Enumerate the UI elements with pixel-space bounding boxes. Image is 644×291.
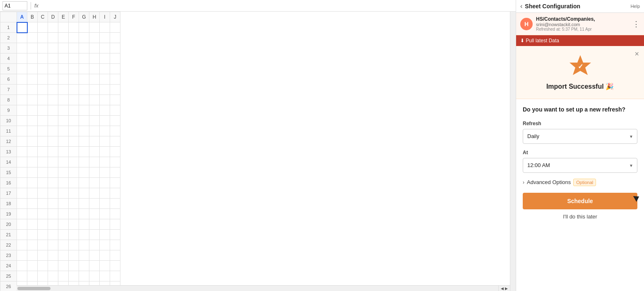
spreadsheet-cell[interactable] <box>17 64 27 74</box>
three-dots-menu[interactable]: ⋮ <box>632 20 640 28</box>
spreadsheet-cell[interactable] <box>27 230 38 240</box>
spreadsheet-cell[interactable] <box>69 271 79 281</box>
spreadsheet-cell[interactable] <box>89 209 100 219</box>
spreadsheet-cell[interactable] <box>79 43 89 53</box>
spreadsheet-cell[interactable] <box>27 261 38 271</box>
spreadsheet-cell[interactable] <box>89 105 100 116</box>
col-header-D[interactable]: D <box>48 12 58 22</box>
spreadsheet-cell[interactable] <box>38 271 48 281</box>
spreadsheet-cell[interactable] <box>38 230 48 240</box>
spreadsheet-cell[interactable] <box>27 209 38 219</box>
spreadsheet-cell[interactable] <box>17 105 27 116</box>
spreadsheet-cell[interactable] <box>69 116 79 126</box>
spreadsheet-cell[interactable] <box>79 199 89 209</box>
spreadsheet-cell[interactable] <box>79 219 89 230</box>
spreadsheet-cell[interactable] <box>110 43 120 53</box>
spreadsheet-cell[interactable] <box>38 126 48 136</box>
spreadsheet-cell[interactable] <box>69 85 79 95</box>
spreadsheet-cell[interactable] <box>38 199 48 209</box>
spreadsheet-cell[interactable] <box>100 53 110 64</box>
spreadsheet-cell[interactable] <box>110 53 120 64</box>
pull-latest-area[interactable]: ⬇ Pull latest Data <box>516 35 644 46</box>
spreadsheet-cell[interactable] <box>89 116 100 126</box>
spreadsheet-cell[interactable] <box>58 271 69 281</box>
spreadsheet-cell[interactable] <box>38 22 48 33</box>
spreadsheet-cell[interactable] <box>48 209 58 219</box>
spreadsheet-cell[interactable] <box>17 53 27 64</box>
spreadsheet-cell[interactable] <box>48 136 58 147</box>
spreadsheet-cell[interactable] <box>100 157 110 167</box>
spreadsheet-cell[interactable] <box>48 261 58 271</box>
spreadsheet-cell[interactable] <box>69 240 79 250</box>
spreadsheet-cell[interactable] <box>48 85 58 95</box>
spreadsheet-cell[interactable] <box>110 230 120 240</box>
spreadsheet-cell[interactable] <box>48 157 58 167</box>
spreadsheet-cell[interactable] <box>38 95 48 105</box>
spreadsheet-cell[interactable] <box>17 261 27 271</box>
spreadsheet-cell[interactable] <box>69 53 79 64</box>
spreadsheet-cell[interactable] <box>27 147 38 157</box>
spreadsheet-cell[interactable] <box>38 209 48 219</box>
spreadsheet-cell[interactable] <box>58 157 69 167</box>
spreadsheet-cell[interactable] <box>110 271 120 281</box>
spreadsheet-cell[interactable] <box>69 126 79 136</box>
spreadsheet-cell[interactable] <box>100 219 110 230</box>
spreadsheet-cell[interactable] <box>38 261 48 271</box>
spreadsheet-cell[interactable] <box>58 126 69 136</box>
spreadsheet-cell[interactable] <box>69 261 79 271</box>
spreadsheet-cell[interactable] <box>110 126 120 136</box>
spreadsheet-cell[interactable] <box>27 219 38 230</box>
spreadsheet-cell[interactable] <box>38 250 48 261</box>
spreadsheet-cell[interactable] <box>58 95 69 105</box>
spreadsheet-cell[interactable] <box>17 167 27 178</box>
spreadsheet-cell[interactable] <box>89 126 100 136</box>
schedule-button[interactable]: Schedule <box>523 193 637 209</box>
spreadsheet-cell[interactable] <box>100 147 110 157</box>
spreadsheet-cell[interactable] <box>48 230 58 240</box>
spreadsheet-cell[interactable] <box>69 157 79 167</box>
spreadsheet-cell[interactable] <box>100 126 110 136</box>
spreadsheet-cell[interactable] <box>17 74 27 85</box>
spreadsheet-cell[interactable] <box>27 250 38 261</box>
spreadsheet-cell[interactable] <box>110 95 120 105</box>
spreadsheet-cell[interactable] <box>17 178 27 188</box>
spreadsheet-cell[interactable] <box>69 167 79 178</box>
spreadsheet-cell[interactable] <box>100 178 110 188</box>
spreadsheet-cell[interactable] <box>100 22 110 33</box>
spreadsheet-cell[interactable] <box>38 53 48 64</box>
spreadsheet-cell[interactable] <box>110 147 120 157</box>
spreadsheet-cell[interactable] <box>58 147 69 157</box>
spreadsheet-cell[interactable] <box>79 116 89 126</box>
spreadsheet-cell[interactable] <box>38 147 48 157</box>
spreadsheet-cell[interactable] <box>48 95 58 105</box>
spreadsheet-cell[interactable] <box>79 178 89 188</box>
back-arrow-icon[interactable]: ‹ <box>520 2 522 10</box>
spreadsheet-cell[interactable] <box>110 250 120 261</box>
spreadsheet-cell[interactable] <box>89 85 100 95</box>
grid-nav-arrows[interactable]: ◀ ▶ <box>498 285 510 291</box>
spreadsheet-cell[interactable] <box>17 95 27 105</box>
col-header-H[interactable]: H <box>89 12 100 22</box>
spreadsheet-cell[interactable] <box>27 74 38 85</box>
spreadsheet-cell[interactable] <box>89 240 100 250</box>
spreadsheet-cell[interactable] <box>27 64 38 74</box>
spreadsheet-cell[interactable] <box>110 85 120 95</box>
spreadsheet-cell[interactable] <box>89 136 100 147</box>
spreadsheet-cell[interactable] <box>100 95 110 105</box>
spreadsheet-cell[interactable] <box>38 219 48 230</box>
spreadsheet-cell[interactable] <box>69 43 79 53</box>
spreadsheet-cell[interactable] <box>89 157 100 167</box>
spreadsheet-cell[interactable] <box>89 261 100 271</box>
spreadsheet-cell[interactable] <box>48 167 58 178</box>
spreadsheet-cell[interactable] <box>48 105 58 116</box>
spreadsheet-cell[interactable] <box>27 22 38 33</box>
spreadsheet-cell[interactable] <box>79 105 89 116</box>
spreadsheet-cell[interactable] <box>48 188 58 199</box>
spreadsheet-cell[interactable] <box>110 167 120 178</box>
spreadsheet-cell[interactable] <box>27 199 38 209</box>
spreadsheet-cell[interactable] <box>69 199 79 209</box>
spreadsheet-cell[interactable] <box>17 219 27 230</box>
spreadsheet-cell[interactable] <box>100 271 110 281</box>
spreadsheet-cell[interactable] <box>79 95 89 105</box>
spreadsheet-cell[interactable] <box>27 116 38 126</box>
